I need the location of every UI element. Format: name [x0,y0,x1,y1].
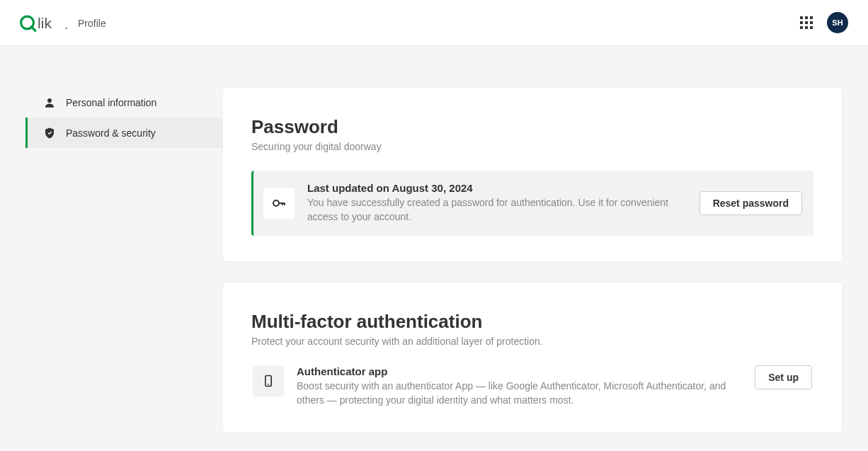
topbar-right: SH [800,12,848,33]
mfa-card-title: Multi-factor authentication [251,311,813,333]
avatar[interactable]: SH [827,12,848,33]
svg-point-3 [66,28,67,29]
password-status-text: Last updated on August 30, 2024 You have… [307,182,687,224]
svg-text:lik: lik [38,15,52,31]
phone-icon [253,365,284,396]
mfa-card-subtitle: Protect your account security with an ad… [251,336,813,347]
sidebar-item-label: Personal information [66,97,156,108]
setup-button[interactable]: Set up [755,365,812,389]
svg-line-1 [31,27,35,31]
content: Personal information Password & security… [0,46,868,451]
shield-icon [43,127,56,139]
key-icon [263,188,295,219]
authenticator-desc: Boost security with an authenticator App… [297,379,742,408]
password-status-title: Last updated on August 30, 2024 [307,182,687,194]
svg-point-5 [273,200,279,206]
mfa-card: Multi-factor authentication Protect your… [222,282,843,434]
authenticator-title: Authenticator app [297,365,742,377]
password-card: Password Securing your digital doorway L… [222,87,843,262]
password-card-title: Password [251,116,813,138]
qlik-logo[interactable]: lik [20,13,68,33]
page-title: Profile [78,18,106,29]
main: Password Securing your digital doorway L… [222,87,868,451]
topbar-left: lik Profile [20,13,106,33]
sidebar-item-password-security[interactable]: Password & security [25,118,222,148]
password-status-desc: You have successfully created a password… [307,195,687,224]
authenticator-row: Authenticator app Boost security with an… [251,365,813,408]
password-card-subtitle: Securing your digital doorway [251,141,813,152]
authenticator-text: Authenticator app Boost security with an… [297,365,742,408]
reset-password-button[interactable]: Reset password [699,191,802,215]
topbar: lik Profile SH [0,0,868,46]
svg-point-4 [47,98,52,103]
sidebar-item-personal-information[interactable]: Personal information [25,87,222,118]
apps-grid-icon[interactable] [800,16,813,29]
sidebar-item-label: Password & security [66,127,156,139]
person-icon [43,96,56,109]
password-status-row: Last updated on August 30, 2024 You have… [251,171,813,236]
sidebar: Personal information Password & security [0,87,222,451]
